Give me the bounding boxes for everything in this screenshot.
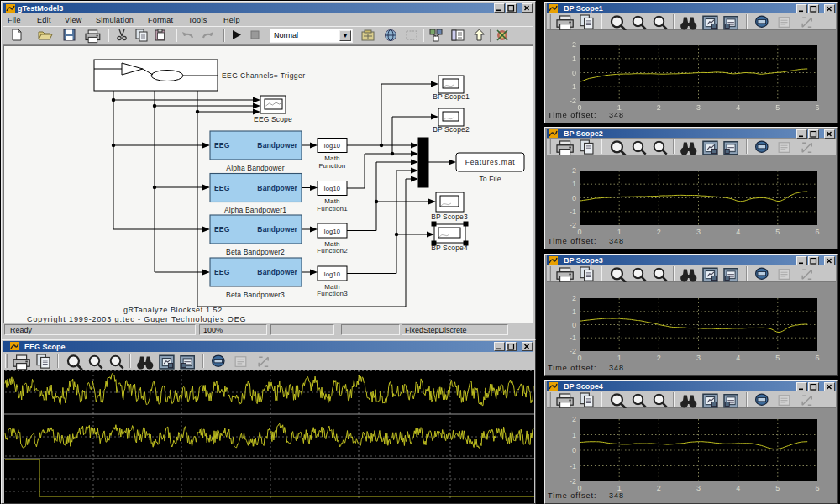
svg-text:0: 0: [572, 69, 576, 77]
svg-text:Alpha Bandpower1: Alpha Bandpower1: [224, 206, 286, 214]
svg-text:-2: -2: [570, 477, 576, 486]
svg-text:3: 3: [696, 103, 701, 112]
svg-text:4: 4: [736, 103, 740, 112]
svg-text:2: 2: [572, 166, 576, 175]
svg-text:6: 6: [815, 354, 819, 362]
svg-text:1: 1: [617, 228, 622, 236]
svg-text:0: 0: [572, 321, 576, 329]
svg-text:Features.mat: Features.mat: [465, 158, 516, 166]
svg-text:1: 1: [572, 307, 576, 316]
svg-text:5: 5: [775, 103, 780, 112]
svg-text:2: 2: [657, 103, 661, 112]
svg-text:Alpha Bandpower: Alpha Bandpower: [226, 164, 284, 172]
svg-text:1: 1: [572, 55, 576, 63]
svg-text:2: 2: [572, 40, 576, 49]
svg-text:Copyright 1999-2003 g.tec - Gu: Copyright 1999-2003 g.tec - Guger Techno…: [27, 315, 246, 323]
svg-text:BP Scope4: BP Scope4: [431, 244, 468, 252]
svg-text:Bandpower: Bandpower: [257, 225, 297, 234]
svg-text:348: 348: [609, 364, 624, 372]
svg-text:BP Scope1: BP Scope1: [433, 92, 470, 101]
svg-text:EEG: EEG: [214, 268, 230, 276]
svg-text:0: 0: [577, 228, 581, 236]
svg-text:Time offset:: Time offset:: [548, 237, 597, 245]
svg-text:To File: To File: [479, 175, 501, 183]
svg-text:Time offset:: Time offset:: [548, 364, 597, 372]
svg-text:log10: log10: [324, 142, 340, 150]
svg-text:348: 348: [609, 237, 624, 245]
svg-text:5: 5: [775, 354, 780, 362]
svg-text:Function2: Function2: [317, 247, 348, 255]
svg-text:-1: -1: [570, 462, 576, 470]
svg-text:6: 6: [815, 228, 819, 236]
svg-text:2: 2: [572, 294, 576, 302]
svg-text:Time offset:: Time offset:: [548, 491, 597, 500]
svg-text:348: 348: [609, 491, 624, 500]
svg-text:2: 2: [572, 415, 576, 423]
svg-text:1: 1: [572, 431, 576, 439]
svg-text:5: 5: [775, 228, 780, 236]
svg-text:6: 6: [815, 484, 819, 492]
svg-text:Function1: Function1: [317, 205, 348, 213]
svg-text:Bandpower: Bandpower: [257, 141, 297, 150]
svg-text:EEG Scope: EEG Scope: [254, 115, 292, 123]
svg-text:log10: log10: [324, 270, 340, 278]
svg-text:Bandpower: Bandpower: [257, 184, 297, 192]
svg-text:-1: -1: [570, 82, 576, 91]
svg-text:4: 4: [736, 228, 740, 236]
svg-text:3: 3: [696, 484, 701, 492]
svg-text:4: 4: [736, 354, 740, 362]
svg-text:Function3: Function3: [317, 290, 348, 297]
svg-text:EEG: EEG: [214, 225, 230, 234]
svg-text:EEG Channels= Trigger: EEG Channels= Trigger: [222, 71, 305, 80]
svg-text:0: 0: [577, 354, 581, 362]
svg-text:348: 348: [609, 111, 624, 119]
svg-text:Time offset:: Time offset:: [548, 111, 597, 119]
svg-text:Bandpower: Bandpower: [257, 268, 297, 276]
svg-text:log10: log10: [324, 185, 340, 192]
svg-text:3: 3: [696, 228, 701, 236]
svg-text:6: 6: [815, 103, 819, 112]
svg-text:Beta Bandpower2: Beta Bandpower2: [226, 248, 285, 256]
svg-text:5: 5: [775, 484, 780, 492]
svg-text:BP Scope2: BP Scope2: [433, 125, 470, 134]
svg-text:BP Scope3: BP Scope3: [431, 213, 468, 221]
svg-text:1: 1: [617, 354, 622, 362]
svg-text:1: 1: [572, 180, 576, 188]
svg-text:Beta Bandpower3: Beta Bandpower3: [226, 291, 285, 299]
svg-text:2: 2: [657, 354, 661, 362]
svg-text:-2: -2: [570, 221, 576, 229]
svg-text:EEG: EEG: [214, 184, 230, 192]
svg-text:2: 2: [657, 484, 661, 492]
svg-text:log10: log10: [324, 228, 340, 235]
svg-text:gRTanalyze Blockset 1.52: gRTanalyze Blockset 1.52: [123, 306, 223, 314]
svg-text:3: 3: [696, 354, 701, 362]
svg-text:0: 0: [572, 194, 576, 202]
svg-text:-2: -2: [570, 347, 576, 355]
svg-text:0: 0: [572, 446, 576, 454]
svg-text:2: 2: [657, 228, 661, 236]
svg-text:-1: -1: [570, 333, 576, 342]
svg-text:-2: -2: [570, 97, 576, 105]
svg-text:EEG: EEG: [214, 141, 230, 150]
svg-text:-1: -1: [570, 207, 576, 216]
svg-text:4: 4: [736, 484, 740, 492]
svg-text:Function: Function: [319, 162, 346, 170]
